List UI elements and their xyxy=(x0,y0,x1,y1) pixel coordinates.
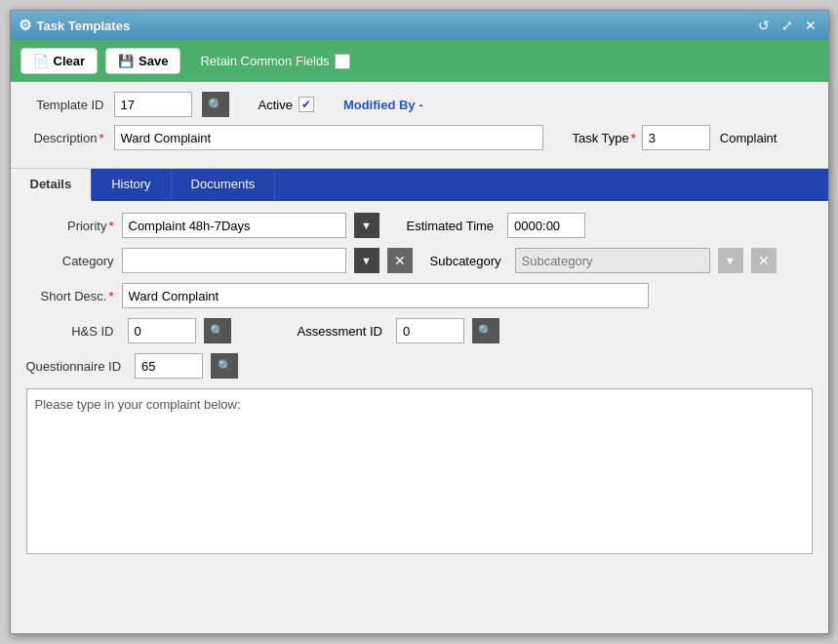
complaint-textarea-container: Please type in your complaint below: xyxy=(26,388,813,557)
assessment-id-input[interactable] xyxy=(396,318,464,343)
category-label: Category xyxy=(26,254,114,268)
retain-label-text: Retain Common Fields xyxy=(200,54,329,68)
questionnaire-id-search-button[interactable]: 🔍 xyxy=(211,353,238,379)
modified-by-section: Modified By - xyxy=(343,98,423,112)
hs-id-input[interactable] xyxy=(128,318,196,343)
tab-details[interactable]: Details xyxy=(11,169,93,201)
priority-label: Priority* xyxy=(26,219,114,233)
active-checkbox[interactable] xyxy=(299,97,314,112)
gear-icon: ⚙ xyxy=(19,17,31,34)
template-id-label: Template ID xyxy=(26,98,104,112)
subcategory-clear-button[interactable]: ✕ xyxy=(751,248,777,273)
task-type-section: Task Type* Complaint xyxy=(573,125,778,150)
ids-row: H&S ID 🔍 Assessment ID 🔍 xyxy=(26,318,813,343)
template-id-row: Template ID 🔍 Active Modified By - xyxy=(26,92,813,117)
title-bar-controls: ↺ ⤢ ✕ xyxy=(754,17,820,34)
close-button[interactable]: ✕ xyxy=(801,17,820,34)
tabs-bar: Details History Documents xyxy=(11,169,828,201)
clear-button[interactable]: 📄 Clear xyxy=(20,48,99,74)
questionnaire-row: Questionnaire ID 🔍 xyxy=(26,353,813,379)
hs-id-search-button[interactable]: 🔍 xyxy=(204,318,231,343)
task-type-name: Complaint xyxy=(720,131,778,145)
modified-by-label: Modified By xyxy=(343,98,416,112)
tab-documents[interactable]: Documents xyxy=(172,169,276,201)
assessment-id-search-button[interactable]: 🔍 xyxy=(472,318,499,343)
save-icon: 💾 xyxy=(118,54,134,68)
subcategory-label: Subcategory xyxy=(430,254,501,268)
template-id-search-button[interactable]: 🔍 xyxy=(202,92,229,117)
estimated-time-label: Estimated Time xyxy=(407,219,495,233)
modified-by-value: - xyxy=(419,98,422,112)
title-bar-left: ⚙ Task Templates xyxy=(19,17,131,34)
complaint-textarea[interactable]: Please type in your complaint below: xyxy=(26,388,813,554)
retain-checkbox[interactable] xyxy=(335,54,350,69)
template-id-input[interactable] xyxy=(114,92,192,117)
task-type-label: Task Type* xyxy=(573,131,636,145)
priority-input[interactable] xyxy=(122,213,346,238)
description-row: Description* Task Type* Complaint xyxy=(26,125,813,150)
description-label: Description* xyxy=(26,131,104,145)
retain-common-fields-label: Retain Common Fields xyxy=(200,54,349,69)
subcategory-dropdown-button[interactable]: ▼ xyxy=(718,248,743,273)
tab-history[interactable]: History xyxy=(92,169,171,201)
short-desc-label: Short Desc.* xyxy=(26,289,114,303)
window-title: Task Templates xyxy=(37,19,131,33)
assessment-id-label: Assessment ID xyxy=(298,324,382,339)
active-label: Active xyxy=(259,98,293,112)
search-icon: 🔍 xyxy=(208,98,223,112)
clear-icon: 📄 xyxy=(33,54,49,68)
refresh-button[interactable]: ↺ xyxy=(754,17,774,34)
title-bar: ⚙ Task Templates ↺ ⤢ ✕ xyxy=(11,11,828,40)
top-form: Template ID 🔍 Active Modified By - Descr… xyxy=(11,82,828,169)
questionnaire-id-label: Questionnaire ID xyxy=(26,359,122,374)
task-type-input[interactable] xyxy=(642,125,710,150)
details-panel: Priority* ▼ Estimated Time Category ▼ ✕ … xyxy=(11,201,828,633)
description-input[interactable] xyxy=(114,125,543,150)
priority-dropdown-button[interactable]: ▼ xyxy=(354,213,379,238)
priority-row: Priority* ▼ Estimated Time xyxy=(26,213,813,238)
toolbar: 📄 Clear 💾 Save Retain Common Fields xyxy=(11,40,828,82)
short-desc-input[interactable] xyxy=(122,283,649,308)
save-label: Save xyxy=(139,54,168,68)
category-clear-button[interactable]: ✕ xyxy=(387,248,413,273)
main-window: ⚙ Task Templates ↺ ⤢ ✕ 📄 Clear 💾 Save Re… xyxy=(10,10,829,634)
resize-button[interactable]: ⤢ xyxy=(778,17,797,34)
hs-id-label: H&S ID xyxy=(26,324,114,339)
category-row: Category ▼ ✕ Subcategory ▼ ✕ xyxy=(26,248,813,273)
subcategory-input xyxy=(515,248,710,273)
category-input[interactable] xyxy=(122,248,346,273)
questionnaire-id-input[interactable] xyxy=(135,353,203,379)
description-required: * xyxy=(99,131,103,145)
active-section: Active xyxy=(259,97,314,112)
estimated-time-input[interactable] xyxy=(507,213,585,238)
save-button[interactable]: 💾 Save xyxy=(105,48,180,74)
category-dropdown-button[interactable]: ▼ xyxy=(354,248,379,273)
clear-label: Clear xyxy=(54,54,86,68)
short-desc-row: Short Desc.* xyxy=(26,283,813,308)
